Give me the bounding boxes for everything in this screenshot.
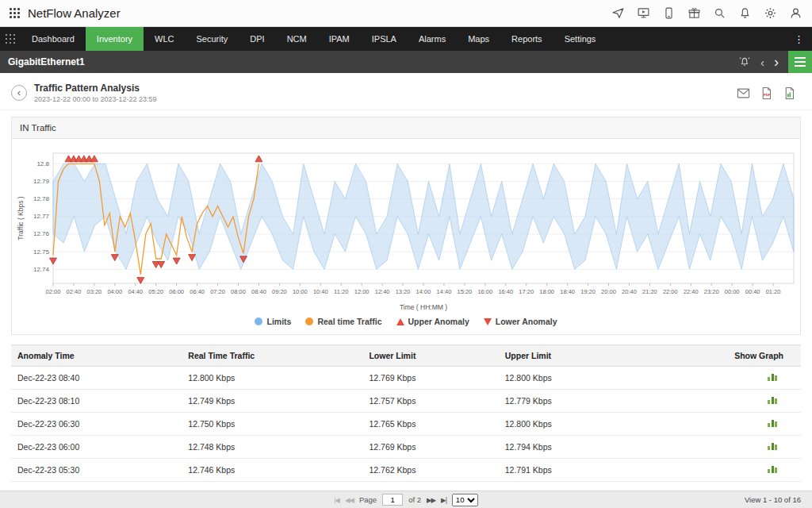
nav-item-reports[interactable]: Reports	[500, 27, 553, 51]
svg-text:12.8: 12.8	[36, 160, 49, 167]
nav-item-ncm[interactable]: NCM	[276, 27, 318, 51]
legend-upper-anomaly[interactable]: Upper Anomaly	[396, 317, 469, 326]
column-header-real-time-traffic: Real Time Traffic	[182, 345, 362, 367]
legend-real-time-traffic[interactable]: Real time Traffic	[305, 317, 381, 326]
report-date-range: 2023-12-22 00:00 to 2023-12-22 23:59	[34, 95, 157, 103]
report-title: Traffic Pattern Analysis	[34, 83, 157, 94]
chevron-right-icon[interactable]: ›	[774, 55, 779, 69]
svg-text:12.77: 12.77	[33, 213, 50, 220]
first-page-button[interactable]: |◀	[334, 496, 339, 504]
svg-text:13:20: 13:20	[396, 288, 411, 295]
export-pdf-icon[interactable]: PDF	[760, 87, 773, 100]
page-number-input[interactable]	[382, 494, 403, 506]
svg-text:20:00: 20:00	[601, 288, 616, 295]
hamburger-menu-button[interactable]	[788, 51, 812, 73]
traffic-pattern-chart[interactable]: 12.7412.7512.7612.7712.7812.7912.802:000…	[12, 139, 800, 312]
nav-item-wlc[interactable]: WLC	[144, 27, 185, 51]
nav-item-dpi[interactable]: DPI	[239, 27, 275, 51]
circle-marker-icon	[255, 318, 262, 325]
last-page-button[interactable]: ▶|	[441, 496, 446, 504]
svg-text:Time ( HH:MM ): Time ( HH:MM )	[400, 303, 447, 311]
svg-text:10:00: 10:00	[293, 288, 308, 295]
svg-text:01:20: 01:20	[766, 288, 781, 295]
lower-limit-cell: 12.762 Kbps	[362, 459, 498, 482]
gear-icon[interactable]	[764, 6, 777, 20]
panel-title: IN Traffic	[12, 117, 800, 139]
triangle-down-marker-icon	[484, 318, 492, 325]
announce-icon[interactable]	[611, 6, 625, 20]
user-icon[interactable]	[789, 6, 802, 20]
real-time-traffic-cell: 12.750 Kbps	[182, 413, 362, 436]
svg-text:18:00: 18:00	[539, 288, 554, 295]
svg-text:08:40: 08:40	[251, 288, 266, 295]
legend-lower-anomaly[interactable]: Lower Anomaly	[484, 317, 557, 326]
svg-text:02:00: 02:00	[46, 288, 61, 295]
anomaly-time-cell: Dec-22-23 05:30	[11, 459, 182, 482]
nav-item-alarms[interactable]: Alarms	[408, 27, 457, 51]
page-size-select[interactable]: 10	[452, 494, 478, 506]
show-graph-icon[interactable]	[768, 420, 777, 427]
svg-text:18:40: 18:40	[560, 288, 575, 295]
chevron-left-icon[interactable]: ‹	[760, 56, 764, 68]
svg-text:12:00: 12:00	[354, 288, 370, 295]
email-report-icon[interactable]	[737, 87, 750, 100]
svg-text:06:40: 06:40	[190, 288, 205, 295]
search-icon[interactable]	[713, 6, 726, 20]
svg-text:00:00: 00:00	[725, 288, 740, 295]
lower-limit-cell: 12.765 Kbps	[362, 413, 498, 436]
back-button[interactable]: ‹	[11, 85, 27, 101]
show-graph-icon[interactable]	[768, 443, 777, 450]
nav-item-maps[interactable]: Maps	[457, 27, 500, 51]
anomaly-table: Anomaly TimeReal Time TrafficLower Limit…	[11, 344, 801, 482]
svg-text:22:00: 22:00	[663, 288, 678, 295]
chart-legend: LimitsReal time TrafficUpper AnomalyLowe…	[12, 312, 800, 334]
nav-apps-grid-icon[interactable]	[0, 27, 21, 51]
nav-item-settings[interactable]: Settings	[553, 27, 607, 51]
main-content: ‹ Traffic Pattern Analysis 2023-12-22 00…	[0, 73, 812, 508]
real-time-traffic-cell: 12.748 Kbps	[182, 436, 362, 459]
demo-screen-icon[interactable]	[637, 6, 650, 20]
nav-item-security[interactable]: Security	[186, 27, 239, 51]
page-label: Page	[359, 495, 377, 504]
svg-text:23:20: 23:20	[704, 288, 719, 295]
topbar: NetFlow Analyzer	[0, 0, 812, 27]
svg-text:17:20: 17:20	[519, 288, 534, 295]
svg-text:03:20: 03:20	[86, 288, 102, 295]
phone-icon[interactable]	[662, 6, 676, 20]
nav-item-dashboard[interactable]: Dashboard	[21, 27, 86, 51]
svg-text:04:00: 04:00	[107, 288, 122, 295]
view-range-label: View 1 - 10 of 16	[745, 495, 801, 504]
anomaly-time-cell: Dec-22-23 08:10	[11, 390, 182, 413]
svg-text:10:40: 10:40	[313, 288, 328, 295]
real-time-traffic-cell: 12.800 Kbps	[182, 367, 362, 390]
alarm-bell-icon[interactable]	[738, 56, 751, 68]
export-csv-icon[interactable]	[783, 87, 796, 100]
gift-icon[interactable]	[688, 6, 701, 20]
anomaly-time-cell: Dec-22-23 06:00	[11, 436, 182, 459]
show-graph-icon[interactable]	[768, 466, 777, 473]
next-page-button[interactable]: ▶▶	[427, 496, 435, 504]
chart-svg: 12.7412.7512.7612.7712.7812.7912.802:000…	[12, 144, 805, 312]
lower-limit-cell: 12.769 Kbps	[362, 436, 498, 459]
show-graph-icon[interactable]	[768, 374, 777, 381]
svg-text:16:00: 16:00	[477, 288, 492, 295]
nav-item-ipsla[interactable]: IPSLA	[361, 27, 408, 51]
apps-grid-icon[interactable]	[10, 8, 20, 18]
prev-page-button[interactable]: ◀◀	[345, 496, 354, 504]
svg-text:08:00: 08:00	[231, 288, 246, 295]
bell-icon[interactable]	[738, 6, 752, 20]
show-graph-icon[interactable]	[768, 397, 777, 404]
legend-limits[interactable]: Limits	[255, 317, 291, 326]
real-time-traffic-cell: 12.746 Kbps	[182, 459, 362, 482]
svg-text:12.76: 12.76	[33, 230, 50, 237]
nav-overflow-menu-icon[interactable]: ⋮	[786, 27, 812, 51]
nav-item-inventory[interactable]: Inventory	[86, 27, 144, 51]
anomaly-table-wrap: Anomaly TimeReal Time TrafficLower Limit…	[11, 344, 801, 482]
svg-text:Traffic ( Kbps ): Traffic ( Kbps )	[17, 196, 25, 240]
nav-item-ipam[interactable]: IPAM	[318, 27, 361, 51]
column-header-anomaly-time: Anomaly Time	[11, 345, 182, 367]
circle-marker-icon	[305, 318, 313, 325]
svg-text:05:20: 05:20	[148, 288, 163, 295]
column-header-show-graph: Show Graph	[634, 345, 801, 367]
svg-text:00:40: 00:40	[745, 288, 760, 295]
